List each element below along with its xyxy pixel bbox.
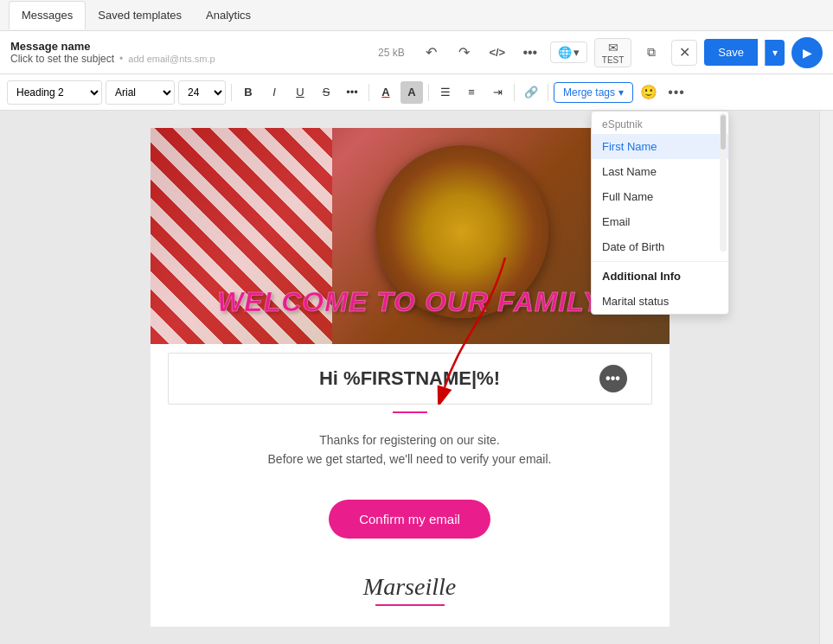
toolbar-separator-2 — [368, 84, 369, 101]
cta-section: Confirm my email — [151, 487, 670, 560]
dropdown-item-marital[interactable]: Marital status — [592, 289, 728, 314]
dropdown-item-additional-info[interactable]: Additional Info — [592, 264, 728, 289]
email-preview: add email@nts.sm.p — [128, 54, 215, 64]
dropdown-scrollbar-thumb — [721, 115, 726, 150]
heading-select[interactable]: Heading 2 — [7, 80, 102, 105]
marseille-underline — [375, 604, 445, 606]
dropdown-item-fullname[interactable]: Full Name — [592, 184, 728, 209]
highlight-button[interactable]: A — [400, 81, 423, 104]
merge-tags-label: Merge tags — [563, 86, 615, 99]
more-button[interactable]: ••• — [517, 40, 543, 66]
right-scrollbar-panel[interactable] — [819, 111, 833, 644]
align-button[interactable]: ☰ — [434, 81, 457, 104]
bold-button[interactable]: B — [237, 81, 260, 104]
indent-button[interactable]: ⇥ — [486, 81, 509, 104]
toolbar-separator-5 — [548, 84, 548, 101]
undo-button[interactable]: ↶ — [419, 40, 445, 66]
dropdown-item-lastname[interactable]: Last Name — [592, 159, 728, 184]
redo-button[interactable]: ↷ — [452, 40, 477, 66]
strikethrough-button[interactable]: S — [315, 81, 337, 104]
tab-messages[interactable]: Messages — [9, 1, 86, 29]
save-dropdown-button[interactable]: ▾ — [765, 40, 785, 66]
save-button[interactable]: Save — [704, 39, 758, 66]
hi-box-more-button[interactable]: ••• — [599, 365, 627, 392]
list-button[interactable]: ≡ — [460, 81, 483, 104]
play-button[interactable]: ▶ — [791, 37, 823, 68]
dropdown-item-email[interactable]: Email — [592, 209, 728, 234]
copy-button[interactable]: ⧉ — [638, 40, 664, 66]
top-navigation: Messages Saved templates Analytics — [0, 0, 833, 31]
code-button[interactable]: </> — [484, 40, 510, 66]
dropdown-divider — [592, 261, 728, 262]
toolbar-more-button[interactable]: ••• — [664, 80, 689, 105]
font-color-button[interactable]: A — [375, 81, 397, 104]
editor-toolbar: Heading 2 Arial 24 B I U S ••• A A ☰ ≡ ⇥… — [0, 74, 833, 111]
body-text-line1: Thanks for registering on our site. — [176, 430, 644, 450]
globe-icon: 🌐 — [558, 46, 572, 59]
confirm-email-button[interactable]: Confirm my email — [329, 500, 490, 539]
header-bar: Message name Click to set the subject • … — [0, 31, 833, 74]
test-label: TEST — [602, 55, 625, 65]
font-select[interactable]: Arial — [106, 80, 175, 105]
test-button[interactable]: ✉ TEST — [594, 38, 632, 67]
merge-tags-chevron: ▾ — [618, 86, 624, 99]
language-button[interactable]: 🌐 ▾ — [550, 41, 587, 63]
hi-box[interactable]: Hi %FIRSTNAME|%! ••• — [168, 353, 652, 405]
font-size-select[interactable]: 24 — [178, 80, 226, 105]
test-icon: ✉ — [608, 41, 618, 54]
hi-section: Hi %FIRSTNAME|%! ••• — [151, 344, 670, 422]
message-info: Message name Click to set the subject • … — [10, 40, 371, 65]
globe-chevron: ▾ — [573, 46, 580, 59]
message-subject[interactable]: Click to set the subject • add email@nts… — [10, 53, 371, 65]
link-button[interactable]: 🔗 — [520, 81, 542, 104]
body-text-line2: Before we get started, we'll need to ver… — [176, 450, 644, 469]
emoji-button[interactable]: 🙂 — [637, 80, 661, 105]
italic-button[interactable]: I — [263, 81, 285, 104]
merge-tags-button[interactable]: Merge tags ▾ — [554, 82, 633, 103]
toolbar-separator-3 — [428, 84, 429, 101]
click-to-set-subject[interactable]: Click to set the subject — [10, 53, 114, 65]
marseille-section: Marseille — [151, 560, 670, 619]
hi-box-divider — [393, 411, 427, 413]
marseille-brand-text: Marseille — [163, 573, 657, 601]
toolbar-separator-1 — [231, 84, 232, 101]
close-button[interactable]: ✕ — [671, 40, 697, 66]
merge-tags-dropdown: eSputnik First Name Last Name Full Name … — [591, 111, 729, 315]
tab-saved-templates[interactable]: Saved templates — [86, 2, 194, 29]
file-size: 25 kB — [378, 47, 405, 59]
subject-separator: • — [119, 53, 123, 65]
dropdown-scrollbar[interactable] — [720, 113, 727, 252]
hi-text: Hi %FIRSTNAME|%! — [319, 367, 500, 389]
tab-analytics[interactable]: Analytics — [194, 2, 263, 29]
dropdown-group-label: eSputnik — [592, 112, 728, 134]
dropdown-item-firstname[interactable]: First Name — [592, 134, 728, 159]
dropdown-item-dob[interactable]: Date of Birth — [592, 234, 728, 259]
toolbar-separator-4 — [514, 84, 515, 101]
message-name-label: Message name — [10, 40, 371, 53]
more-text-button[interactable]: ••• — [341, 81, 363, 104]
body-section: Thanks for registering on our site. Befo… — [151, 422, 670, 487]
underline-button[interactable]: U — [289, 81, 311, 104]
